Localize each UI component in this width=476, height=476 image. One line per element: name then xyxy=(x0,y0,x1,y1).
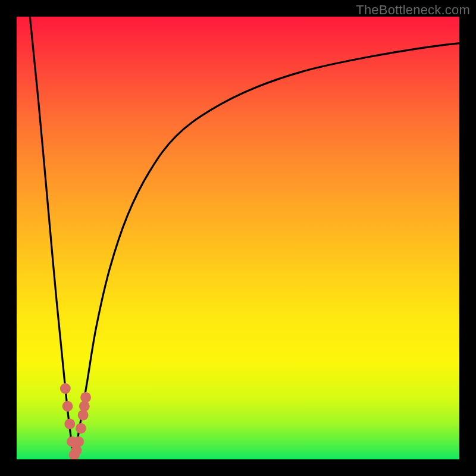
marker-dot xyxy=(62,401,73,412)
bottleneck-curve xyxy=(30,17,459,455)
marker-dot xyxy=(80,392,91,403)
curve-group xyxy=(30,17,459,455)
marker-dot xyxy=(73,436,84,447)
markers-group xyxy=(60,383,91,459)
plot-area xyxy=(17,17,459,459)
marker-dot xyxy=(76,423,86,434)
chart-frame: TheBottleneck.com xyxy=(0,0,476,476)
marker-dot xyxy=(60,383,71,394)
marker-dot xyxy=(71,445,82,456)
watermark-text: TheBottleneck.com xyxy=(356,2,470,18)
marker-dot xyxy=(64,419,75,430)
chart-svg xyxy=(17,17,459,459)
